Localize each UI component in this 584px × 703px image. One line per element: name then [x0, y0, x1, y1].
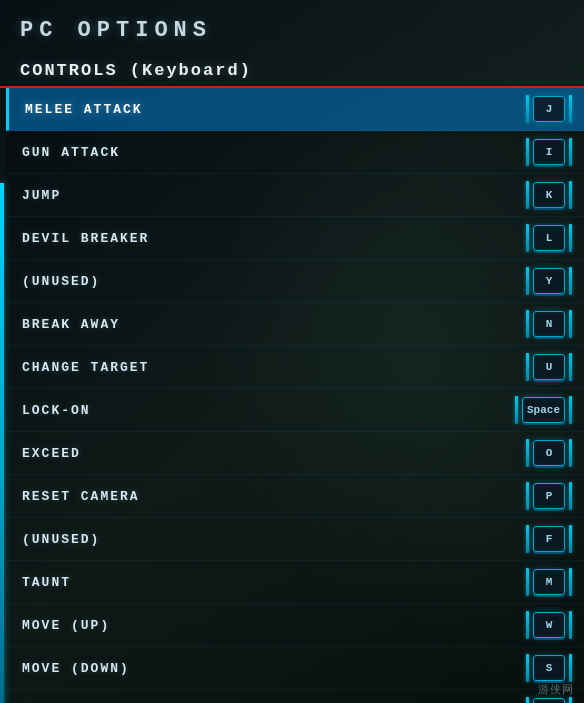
key-box-unused-1[interactable]: Y	[533, 268, 565, 294]
pipe-right	[569, 697, 572, 703]
key-label-gun-attack: I	[546, 146, 553, 158]
key-binding-jump: K	[526, 181, 572, 209]
control-row-exceed[interactable]: EXCEEDO	[6, 432, 584, 475]
control-row-change-target[interactable]: CHANGE TARGETU	[6, 346, 584, 389]
key-label-change-target: U	[546, 361, 553, 373]
pipe-left	[526, 95, 529, 123]
control-name-devil-breaker: DEVIL BREAKER	[22, 231, 149, 246]
pipe-left	[526, 353, 529, 381]
pipe-left	[526, 525, 529, 553]
control-row-unused-1[interactable]: (UNUSED)Y	[6, 260, 584, 303]
pipe-right	[569, 224, 572, 252]
key-binding-change-target: U	[526, 353, 572, 381]
key-binding-move-down: S	[526, 654, 572, 682]
control-row-melee-attack[interactable]: MELEE ATTACKJ	[6, 88, 584, 131]
key-label-break-away: N	[546, 318, 553, 330]
control-row-break-away[interactable]: BREAK AWAYN	[6, 303, 584, 346]
key-binding-exceed: O	[526, 439, 572, 467]
control-row-move-down[interactable]: MOVE (DOWN)S	[6, 647, 584, 690]
control-row-taunt[interactable]: TAUNTM	[6, 561, 584, 604]
page-title: PC OPTIONS	[20, 18, 564, 43]
key-label-melee-attack: J	[546, 103, 553, 115]
section-title: CONTROLS (Keyboard)	[20, 61, 564, 80]
key-label-unused-1: Y	[546, 275, 553, 287]
key-box-gun-attack[interactable]: I	[533, 139, 565, 165]
pipe-left	[526, 482, 529, 510]
pipe-left	[515, 396, 518, 424]
key-box-move-left[interactable]: A	[533, 698, 565, 703]
key-label-taunt: M	[546, 576, 553, 588]
control-name-reset-camera: RESET CAMERA	[22, 489, 140, 504]
key-binding-reset-camera: P	[526, 482, 572, 510]
key-label-move-up: W	[546, 619, 553, 631]
key-binding-gun-attack: I	[526, 138, 572, 166]
pipe-right	[569, 568, 572, 596]
control-row-gun-attack[interactable]: GUN ATTACKI	[6, 131, 584, 174]
pipe-right	[569, 525, 572, 553]
pipe-left	[526, 224, 529, 252]
pipe-right	[569, 95, 572, 123]
pipe-left	[526, 181, 529, 209]
key-binding-move-left: A	[526, 697, 572, 703]
control-name-jump: JUMP	[22, 188, 61, 203]
pipe-right	[569, 439, 572, 467]
section-header: CONTROLS (Keyboard)	[0, 53, 584, 88]
pipe-left	[526, 267, 529, 295]
watermark: 游侠网	[538, 682, 574, 697]
key-label-exceed: O	[546, 447, 553, 459]
key-box-reset-camera[interactable]: P	[533, 483, 565, 509]
key-binding-break-away: N	[526, 310, 572, 338]
control-name-move-down: MOVE (DOWN)	[22, 661, 130, 676]
key-label-devil-breaker: L	[546, 232, 553, 244]
key-box-unused-2[interactable]: F	[533, 526, 565, 552]
key-box-jump[interactable]: K	[533, 182, 565, 208]
pipe-left	[526, 611, 529, 639]
control-name-melee-attack: MELEE ATTACK	[25, 102, 143, 117]
key-binding-lock-on: Space	[515, 396, 572, 424]
controls-list: MELEE ATTACKJGUN ATTACKIJUMPKDEVIL BREAK…	[0, 88, 584, 703]
key-label-reset-camera: P	[546, 490, 553, 502]
control-row-devil-breaker[interactable]: DEVIL BREAKERL	[6, 217, 584, 260]
key-box-move-up[interactable]: W	[533, 612, 565, 638]
control-row-move-left[interactable]: MOVE (LEFT)A	[6, 690, 584, 703]
key-box-break-away[interactable]: N	[533, 311, 565, 337]
key-box-taunt[interactable]: M	[533, 569, 565, 595]
pipe-left	[526, 439, 529, 467]
pipe-left	[526, 697, 529, 703]
control-name-unused-2: (UNUSED)	[22, 532, 100, 547]
control-name-taunt: TAUNT	[22, 575, 71, 590]
pipe-left	[526, 138, 529, 166]
pipe-right	[569, 353, 572, 381]
pipe-right	[569, 138, 572, 166]
control-row-reset-camera[interactable]: RESET CAMERAP	[6, 475, 584, 518]
main-container: PC OPTIONS CONTROLS (Keyboard) MELEE ATT…	[0, 0, 584, 703]
key-box-melee-attack[interactable]: J	[533, 96, 565, 122]
control-row-lock-on[interactable]: LOCK-ONSpace	[6, 389, 584, 432]
pipe-right	[569, 396, 572, 424]
key-label-unused-2: F	[546, 533, 553, 545]
key-box-move-down[interactable]: S	[533, 655, 565, 681]
control-row-move-up[interactable]: MOVE (UP)W	[6, 604, 584, 647]
control-name-unused-1: (UNUSED)	[22, 274, 100, 289]
key-box-exceed[interactable]: O	[533, 440, 565, 466]
control-name-gun-attack: GUN ATTACK	[22, 145, 120, 160]
key-label-lock-on: Space	[527, 404, 560, 416]
control-name-break-away: BREAK AWAY	[22, 317, 120, 332]
key-box-change-target[interactable]: U	[533, 354, 565, 380]
key-box-lock-on[interactable]: Space	[522, 397, 565, 423]
control-name-exceed: EXCEED	[22, 446, 81, 461]
key-binding-melee-attack: J	[526, 95, 572, 123]
control-row-jump[interactable]: JUMPK	[6, 174, 584, 217]
pipe-right	[569, 310, 572, 338]
left-accent-bar	[0, 183, 4, 703]
control-name-lock-on: LOCK-ON	[22, 403, 91, 418]
key-box-devil-breaker[interactable]: L	[533, 225, 565, 251]
key-label-jump: K	[546, 189, 553, 201]
pipe-right	[569, 611, 572, 639]
pipe-right	[569, 181, 572, 209]
pipe-left	[526, 654, 529, 682]
pipe-right	[569, 267, 572, 295]
control-row-unused-2[interactable]: (UNUSED)F	[6, 518, 584, 561]
pipe-left	[526, 568, 529, 596]
key-binding-unused-2: F	[526, 525, 572, 553]
